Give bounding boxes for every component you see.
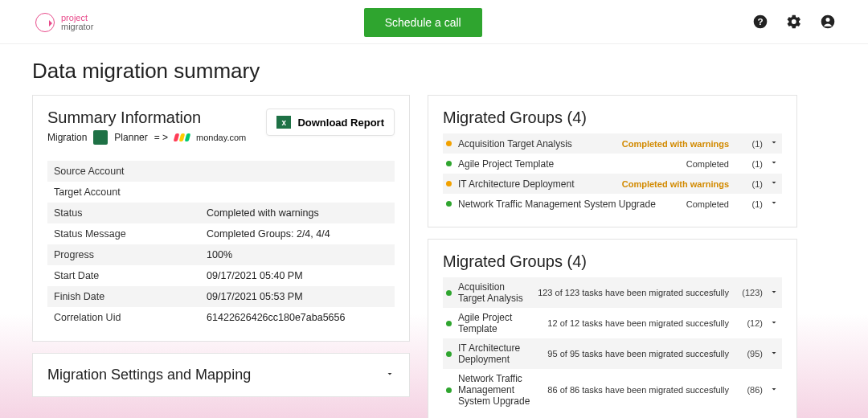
chevron-down-icon [385,369,395,381]
settings-mapping-card[interactable]: Migration Settings and Mapping [32,353,410,397]
source-name: Planner [114,132,147,143]
groups2-title: Migrated Groups (4) [443,252,782,271]
group-name: Acquisition Target Analysis [458,138,616,150]
group-status: 12 of 12 tasks have been migrated succes… [547,318,729,328]
summary-card: Summary Information Migration Planner = … [32,95,410,342]
target-name: monday.com [196,133,246,142]
summary-value: Completed with warnings [200,203,395,223]
summary-row: Correlation Uid61422626426cc180e7aba5656 [47,307,395,328]
group-name: Agile Project Template [458,312,541,334]
chevron-down-icon[interactable] [769,384,779,396]
summary-value: 09/17/2021 05:40 PM [200,265,395,286]
group-row[interactable]: IT Architecture Deployment95 of 95 tasks… [443,338,782,369]
chevron-down-icon[interactable] [769,178,779,190]
summary-row: Source Account [47,161,395,182]
chevron-down-icon[interactable] [769,348,779,360]
summary-value [200,161,395,182]
status-dot-icon [446,351,452,357]
group-count: (1) [735,179,763,189]
chevron-down-icon[interactable] [769,287,779,299]
summary-value: 61422626426cc180e7aba5656 [200,307,395,328]
group-status: 123 of 123 tasks have been migrated succ… [538,288,729,297]
chevron-down-icon[interactable] [769,137,779,150]
summary-row: Progress100% [47,244,395,265]
status-dot-icon [446,321,452,326]
status-dot-icon [446,141,452,146]
chevron-down-icon[interactable] [769,198,779,210]
summary-value [200,182,395,203]
group-row[interactable]: Agile Project TemplateCompleted(1) [443,154,782,174]
group-count: (1) [735,159,763,169]
group-count: (123) [735,288,763,297]
summary-key: Target Account [47,182,200,203]
group-row[interactable]: Network Traffic Management System Upgrad… [443,369,782,411]
group-name: Agile Project Template [458,158,680,170]
summary-key: Source Account [47,161,200,182]
migrated-groups-card-1: Migrated Groups (4) Acquisition Target A… [428,95,797,227]
group-row[interactable]: Acquisition Target AnalysisCompleted wit… [443,133,782,154]
status-dot-icon [446,201,452,207]
group-status: 86 of 86 tasks have been migrated succes… [547,385,729,395]
migrated-groups-card-2: Migrated Groups (4) Acquisition Target A… [428,239,797,418]
group-count: (12) [735,318,763,328]
group-row[interactable]: IT Architecture DeploymentCompleted with… [443,174,782,194]
page-title: Data migration summary [32,59,836,84]
group-row[interactable]: Network Traffic Management System Upgrad… [443,194,782,214]
page: Data migration summary Summary Informati… [0,44,868,418]
summary-value: 09/17/2021 05:53 PM [200,286,395,307]
schedule-call-button[interactable]: Schedule a call [364,8,482,37]
status-dot-icon [446,161,452,166]
summary-key: Progress [47,244,200,265]
group-status: Completed with warnings [622,139,729,149]
group-name: IT Architecture Deployment [458,178,616,190]
summary-value: 100% [200,244,395,265]
status-dot-icon [446,181,452,186]
summary-table: Source AccountTarget AccountStatusComple… [47,161,395,328]
group-row[interactable]: Agile Project Template12 of 12 tasks hav… [443,308,782,338]
summary-key: Status Message [47,223,200,244]
brand-logo-icon [35,13,55,32]
excel-icon: x [276,116,291,129]
status-dot-icon [446,387,452,393]
group-name: Acquisition Target Analysis [458,281,531,304]
gear-icon[interactable] [786,14,802,32]
help-icon[interactable]: ? [752,14,768,32]
summary-row: Finish Date09/17/2021 05:53 PM [47,286,395,307]
group-status: Completed with warnings [622,179,729,189]
summary-key: Status [47,203,200,223]
migration-label: Migration [47,132,87,143]
account-icon[interactable] [820,14,836,32]
download-report-button[interactable]: x Download Report [266,109,395,136]
group-count: (1) [735,199,763,209]
chevron-down-icon[interactable] [769,318,779,330]
brand[interactable]: project migrator [35,13,93,32]
summary-row: Target Account [47,182,395,203]
summary-key: Finish Date [47,286,200,307]
group-status: Completed [686,159,729,169]
group-count: (86) [735,385,763,395]
status-dot-icon [446,290,452,296]
group-name: Network Traffic Management System Upgrad… [458,373,541,407]
summary-row: Status MessageCompleted Groups: 2/4, 4/4 [47,223,395,244]
brand-text: project migrator [61,14,93,31]
group-status: Completed [686,199,729,209]
brand-line2: migrator [61,23,93,31]
monday-icon [174,133,190,141]
group-name: IT Architecture Deployment [458,342,541,365]
download-label: Download Report [297,117,384,129]
group-row[interactable]: Acquisition Target Analysis123 of 123 ta… [443,277,782,308]
summary-key: Start Date [47,265,200,286]
svg-point-3 [825,18,829,22]
topbar-actions: ? [752,14,836,32]
chevron-down-icon[interactable] [769,158,779,170]
summary-key: Correlation Uid [47,307,200,328]
svg-text:?: ? [757,16,763,27]
summary-title: Summary Information [47,109,246,127]
arrow-icon: = > [154,132,168,143]
summary-row: StatusCompleted with warnings [47,203,395,223]
planner-icon [93,130,108,145]
topbar: project migrator Schedule a call ? [0,0,868,44]
summary-row: Start Date09/17/2021 05:40 PM [47,265,395,286]
group-name: Network Traffic Management System Upgrad… [458,199,680,210]
group-count: (95) [735,349,763,359]
